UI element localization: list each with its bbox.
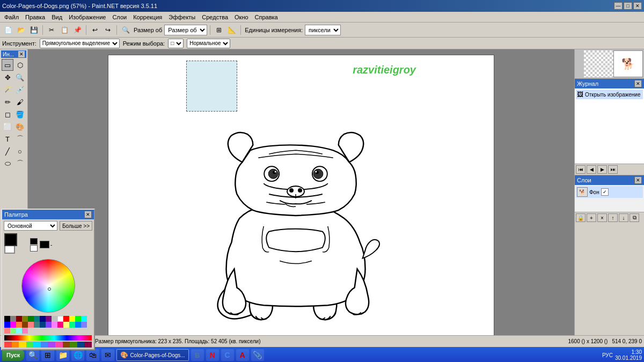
minimize-button[interactable]: — [614, 2, 623, 10]
menu-layers[interactable]: Слои [109, 13, 130, 21]
swatch-bright-red[interactable] [4, 342, 12, 348]
swatch-lightgreen[interactable] [10, 328, 16, 334]
taskbar-chrome[interactable]: C [221, 349, 234, 361]
tool-bezier[interactable]: ⌒ [14, 133, 26, 145]
swatch-periwinkle[interactable] [81, 322, 87, 328]
taskbar-explorer[interactable]: 📁 [56, 349, 69, 361]
layer-down-button[interactable]: ↓ [619, 213, 628, 222]
canvas-area[interactable]: razvitieigroy [28, 49, 574, 335]
swatch-bright-violet[interactable] [48, 342, 55, 348]
swatch-cyan[interactable] [81, 316, 87, 322]
tool-move[interactable]: ✥ [2, 71, 13, 83]
layer-item-background[interactable]: 🐕 Фон ✓ [576, 186, 643, 198]
swatch-teal[interactable] [34, 316, 40, 322]
menu-correction[interactable]: Коррекция [130, 13, 165, 21]
swatch-bright-orange[interactable] [12, 342, 19, 348]
tool-brush[interactable]: 🖌 [14, 96, 26, 108]
new-button[interactable]: 📄 [2, 24, 14, 36]
journal-prev-button[interactable]: ◀ [587, 165, 596, 174]
swatch-hotpink[interactable] [57, 322, 63, 328]
swatch-lightyellow[interactable] [63, 322, 69, 328]
hue-gradient[interactable] [4, 335, 92, 341]
taskbar-task-view[interactable]: ⊞ [41, 349, 54, 361]
swatch-lightsalmon[interactable] [4, 328, 10, 334]
swatch-magenta[interactable] [10, 322, 16, 328]
swatch-dark-green[interactable] [70, 342, 77, 348]
layers-close-button[interactable]: ✕ [634, 176, 642, 184]
menu-effects[interactable]: Эффекты [165, 13, 199, 21]
copy-button[interactable]: 📋 [58, 24, 70, 36]
tool-pencil[interactable]: ✏ [2, 96, 13, 108]
journal-last-button[interactable]: ⏭ [608, 165, 618, 174]
swatch-mint[interactable] [69, 322, 75, 328]
menu-view[interactable]: Вид [48, 13, 65, 21]
tool-gradient[interactable]: ⬜ [2, 121, 13, 132]
units-dropdown[interactable]: пиксели дюймы [305, 25, 341, 35]
layer-lock-button[interactable]: 🔒 [576, 213, 586, 222]
swatch-lightblue[interactable] [75, 322, 81, 328]
swatch-green[interactable] [28, 316, 34, 322]
tool-paint-bucket[interactable]: 🪣 [14, 108, 26, 120]
taskbar-clip[interactable]: 📎 [251, 349, 264, 361]
taskbar-store[interactable]: 🛍 [86, 349, 99, 361]
taskbar-vk[interactable]: В [191, 349, 204, 361]
swatch-silver[interactable] [52, 316, 57, 322]
menu-file[interactable]: Файл [1, 13, 22, 21]
white-color-button[interactable] [30, 245, 38, 252]
taskbar-mail[interactable]: ✉ [101, 349, 114, 361]
tool-select-lasso[interactable]: ⬡ [14, 59, 26, 71]
foreground-color-swatch[interactable] [4, 233, 17, 246]
swatch-red[interactable] [63, 316, 69, 322]
ruler-button[interactable]: 📐 [226, 24, 238, 36]
journal-item[interactable]: 🖼 Открыть изображение [576, 90, 643, 99]
swatch-lightcyan[interactable] [16, 328, 22, 334]
toolbox-close-button[interactable]: ✕ [18, 51, 25, 57]
taskbar-acrobat[interactable]: A [236, 349, 249, 361]
grid-button[interactable]: ⊞ [213, 24, 225, 36]
redo-button[interactable]: ↪ [102, 24, 114, 36]
swatch-dark-pink[interactable] [84, 342, 92, 348]
swatch-orange[interactable] [16, 322, 22, 328]
swatch-violet[interactable] [46, 322, 52, 328]
layer-merge-button[interactable]: ⧉ [630, 213, 639, 222]
swatch-purple[interactable] [46, 316, 52, 322]
instrument-select[interactable]: Прямоугольное выделение [40, 39, 120, 48]
palette-close-button[interactable]: ✕ [84, 211, 92, 218]
swatch-dark-blue-2[interactable] [77, 342, 85, 348]
swatch-lightpink[interactable] [22, 328, 28, 334]
swatch-pink[interactable] [52, 322, 57, 328]
menu-window[interactable]: Окно [231, 13, 252, 21]
swatch-dark-orange[interactable] [63, 342, 70, 348]
save-button[interactable]: 💾 [28, 24, 40, 36]
selection-mode-select[interactable]: □ [168, 39, 184, 48]
tool-freeform[interactable]: ⌒ [14, 158, 26, 169]
black-color-button[interactable] [30, 238, 38, 245]
tool-eraser[interactable]: ◻ [2, 108, 13, 120]
tool-zoom[interactable]: 🔍 [14, 71, 26, 83]
color-wheel[interactable] [21, 259, 75, 313]
taskbar-edge[interactable]: 🌐 [71, 349, 84, 361]
swatch-bright-green[interactable] [26, 342, 34, 348]
swatch-bright-cyan[interactable] [33, 342, 41, 348]
swatch-darkred[interactable] [16, 316, 22, 322]
tool-eyedropper[interactable]: 💉 [14, 84, 26, 95]
swatch-bright-yellow[interactable] [19, 342, 26, 348]
swatch-yellow[interactable] [69, 316, 75, 322]
menu-help[interactable]: Справка [252, 13, 281, 21]
journal-next-button[interactable]: ▶ [597, 165, 607, 174]
close-button[interactable]: ✕ [633, 2, 642, 10]
palette-more-button[interactable]: Больше >> [60, 221, 92, 231]
journal-first-button[interactable]: ⏮ [576, 165, 586, 174]
paste-button[interactable]: 📌 [71, 24, 83, 36]
tool-shape[interactable]: ○ [14, 145, 26, 157]
open-button[interactable]: 📂 [15, 24, 27, 36]
view-mode-select[interactable]: Нормальное [187, 39, 230, 48]
color-indicator[interactable] [40, 241, 49, 248]
tool-magic-wand[interactable]: 🪄 [2, 84, 13, 95]
layer-visibility-check[interactable]: ✓ [601, 188, 609, 196]
swatch-olive[interactable] [22, 316, 28, 322]
taskbar-netflix[interactable]: N [206, 349, 219, 361]
maximize-button[interactable]: □ [624, 2, 632, 10]
swatch-darkblue[interactable] [40, 322, 46, 328]
menu-edit[interactable]: Правка [22, 13, 48, 21]
